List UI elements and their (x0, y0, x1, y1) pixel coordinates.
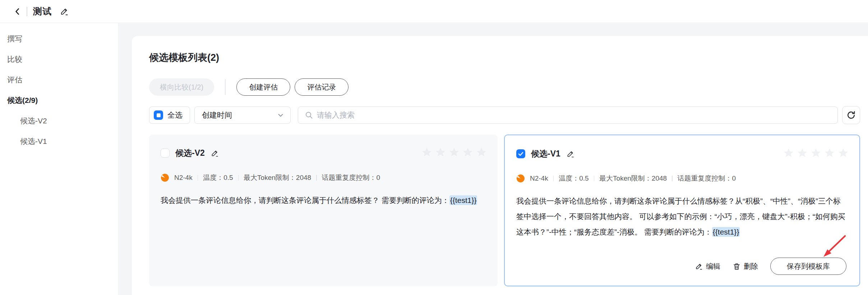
card-checkbox-checked[interactable] (516, 149, 525, 158)
toolbar-divider (225, 79, 226, 95)
star-icon (462, 147, 473, 158)
toolbar: 横向比较(1/2) 创建评估 评估记录 (149, 78, 860, 96)
create-evaluation-button[interactable]: 创建评估 (236, 78, 290, 96)
prompt-text: 我会提供一条评论信息给你，请判断这条评论属于什么情感标签？从“积极”、“中性”、… (516, 193, 846, 240)
meta-divider (198, 175, 198, 181)
delete-label: 删除 (744, 262, 758, 271)
pencil-icon (566, 150, 575, 158)
chevron-down-icon (277, 111, 285, 119)
save-to-template-library-button[interactable]: 保存到模板库 (770, 258, 846, 275)
sidebar-item-label: 候选-V1 (20, 136, 47, 146)
search-input[interactable] (317, 111, 831, 119)
model-name: N2-4k (530, 174, 548, 182)
topic-repeat: 话题重复度控制：0 (678, 174, 736, 183)
sidebar-item-evaluate[interactable]: 评估 (0, 69, 118, 90)
sidebar-item-label: 候选-V2 (20, 116, 47, 126)
model-meta: N2-4k 温度：0.5 最大Token限制：2048 话题重复度控制：0 (516, 174, 846, 183)
card-actions: 编辑 删除 保存到模板库 (516, 258, 846, 275)
max-token: 最大Token限制：2048 (599, 174, 667, 183)
star-icon (838, 148, 849, 158)
sidebar-item-label: 撰写 (7, 34, 22, 44)
candidate-card-v2: 候选-V2 N2-4k (149, 135, 498, 286)
candidate-card-v1: 候选-V1 N2-4k (504, 135, 860, 286)
edit-label: 编辑 (706, 262, 720, 271)
pencil-icon (695, 262, 703, 271)
sidebar-item-compare[interactable]: 比较 (0, 49, 118, 69)
temperature: 温度：0.5 (559, 174, 588, 183)
variable-chip: {{test1}} (449, 195, 477, 205)
model-meta: N2-4k 温度：0.5 最大Token限制：2048 话题重复度控制：0 (161, 173, 485, 182)
star-icon (421, 147, 432, 158)
sidebar-item-compose[interactable]: 撰写 (0, 28, 118, 49)
prompt-body: 我会提供一条评论信息给你，请判断这条评论属于什么情感标签？从“积极”、“中性”、… (516, 197, 845, 236)
panel-title: 候选模板列表(2) (149, 51, 860, 64)
model-icon (161, 173, 169, 182)
select-all-checkbox[interactable]: 全选 (149, 106, 190, 124)
prompt-body: 我会提供一条评论信息给你，请判断这条评论属于什么情感标签？ 需要判断的评论为： (161, 196, 449, 204)
meta-divider (553, 176, 554, 181)
card-title: 候选-V1 (531, 148, 560, 159)
prompt-text: 我会提供一条评论信息给你，请判断这条评论属于什么情感标签？ 需要判断的评论为：{… (161, 192, 485, 208)
meta-divider (238, 175, 239, 181)
star-icon (783, 148, 794, 158)
star-icon (435, 147, 446, 158)
max-token: 最大Token限制：2048 (244, 173, 311, 182)
horizontal-compare-button[interactable]: 横向比较(1/2) (149, 78, 214, 96)
star-icon (811, 148, 821, 158)
star-rating[interactable] (421, 147, 487, 158)
topic-repeat: 话题重复度控制：0 (322, 173, 380, 182)
sort-select[interactable]: 创建时间 (194, 106, 291, 124)
star-icon (476, 147, 487, 158)
temperature: 温度：0.5 (203, 173, 233, 182)
sidebar-item-label: 候选(2/9) (7, 95, 38, 105)
evaluation-records-button[interactable]: 评估记录 (295, 78, 348, 96)
sidebar-item-candidate-v1[interactable]: 候选-V1 (0, 131, 118, 151)
star-icon (449, 147, 460, 158)
meta-divider (672, 176, 673, 181)
delete-button[interactable]: 删除 (733, 262, 758, 271)
star-icon (824, 148, 835, 158)
rename-card-button[interactable] (211, 149, 219, 158)
select-all-checkbox-icon (154, 110, 163, 120)
sort-select-value: 创建时间 (202, 110, 232, 120)
sidebar-item-label: 比较 (7, 54, 22, 64)
select-all-label: 全选 (167, 110, 183, 120)
pencil-icon (211, 149, 219, 158)
refresh-icon (846, 110, 856, 120)
sidebar-item-candidate-v2[interactable]: 候选-V2 (0, 110, 118, 131)
check-icon (517, 150, 524, 157)
sidebar: 撰写 比较 评估 候选(2/9) 候选-V2 候选-V1 (0, 23, 119, 295)
search-box (298, 106, 838, 124)
chevron-left-icon (13, 7, 22, 16)
app-header: 测试 (0, 0, 868, 23)
trash-icon (733, 262, 741, 271)
sidebar-item-label: 评估 (7, 75, 22, 85)
sidebar-item-candidates[interactable]: 候选(2/9) (0, 90, 118, 110)
refresh-button[interactable] (842, 106, 860, 124)
model-icon (516, 174, 525, 183)
back-button[interactable] (12, 6, 23, 17)
model-name: N2-4k (174, 174, 193, 182)
main-area: 候选模板列表(2) 横向比较(1/2) 创建评估 评估记录 全选 创建时间 (119, 23, 868, 295)
header-divider (27, 7, 27, 16)
pencil-icon (60, 7, 69, 16)
search-icon (305, 111, 313, 119)
meta-divider (316, 175, 317, 181)
rename-card-button[interactable] (566, 150, 575, 158)
screen: 测试 撰写 比较 评估 候选(2/9) 候选-V2 候选-V1 候选模板列表(2… (0, 0, 868, 295)
edit-button[interactable]: 编辑 (695, 262, 720, 271)
star-rating[interactable] (783, 148, 849, 158)
card-checkbox-unchecked[interactable] (161, 149, 170, 158)
page-title: 测试 (33, 5, 52, 17)
content-panel: 候选模板列表(2) 横向比较(1/2) 创建评估 评估记录 全选 创建时间 (132, 36, 868, 295)
edit-title-button[interactable] (60, 7, 69, 16)
meta-divider (594, 176, 595, 181)
card-title: 候选-V2 (175, 148, 205, 159)
filter-bar: 全选 创建时间 (149, 106, 860, 124)
star-icon (797, 148, 808, 158)
variable-chip: {{test1}} (712, 227, 740, 237)
candidate-card-list: 候选-V2 N2-4k (149, 135, 860, 286)
